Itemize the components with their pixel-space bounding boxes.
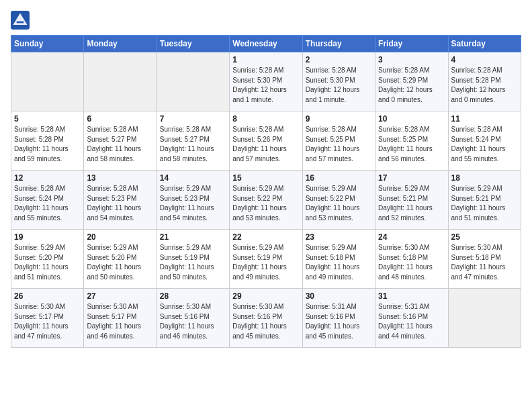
day-number: 15	[232, 173, 299, 183]
day-info: Sunrise: 5:29 AMSunset: 5:22 PMDaylight:…	[232, 184, 299, 223]
svg-rect-2	[17, 21, 24, 24]
calendar-cell: 16Sunrise: 5:29 AMSunset: 5:22 PMDayligh…	[302, 171, 375, 230]
day-info: Sunrise: 5:28 AMSunset: 5:23 PMDaylight:…	[87, 184, 153, 223]
day-number: 18	[451, 173, 518, 183]
calendar-cell: 2Sunrise: 5:28 AMSunset: 5:30 PMDaylight…	[302, 52, 375, 111]
day-info: Sunrise: 5:28 AMSunset: 5:26 PMDaylight:…	[232, 125, 299, 164]
calendar-cell: 30Sunrise: 5:31 AMSunset: 5:16 PMDayligh…	[302, 289, 375, 348]
weekday-header-thursday: Thursday	[302, 36, 375, 52]
day-info: Sunrise: 5:30 AMSunset: 5:18 PMDaylight:…	[451, 243, 518, 282]
calendar-cell: 17Sunrise: 5:29 AMSunset: 5:21 PMDayligh…	[375, 171, 448, 230]
day-number: 14	[160, 173, 226, 183]
day-info: Sunrise: 5:29 AMSunset: 5:19 PMDaylight:…	[232, 243, 299, 282]
day-info: Sunrise: 5:30 AMSunset: 5:17 PMDaylight:…	[87, 302, 153, 341]
day-number: 13	[87, 173, 153, 183]
calendar-cell: 10Sunrise: 5:28 AMSunset: 5:25 PMDayligh…	[375, 111, 448, 171]
day-info: Sunrise: 5:28 AMSunset: 5:25 PMDaylight:…	[378, 125, 445, 164]
day-info: Sunrise: 5:28 AMSunset: 5:29 PMDaylight:…	[378, 66, 445, 105]
calendar-cell: 29Sunrise: 5:30 AMSunset: 5:16 PMDayligh…	[230, 289, 302, 348]
day-info: Sunrise: 5:29 AMSunset: 5:20 PMDaylight:…	[14, 243, 81, 282]
calendar-week-row: 19Sunrise: 5:29 AMSunset: 5:20 PMDayligh…	[11, 230, 521, 289]
day-info: Sunrise: 5:28 AMSunset: 5:30 PMDaylight:…	[232, 66, 299, 105]
calendar-body: 1Sunrise: 5:28 AMSunset: 5:30 PMDaylight…	[11, 52, 521, 348]
day-number: 16	[306, 173, 372, 183]
day-number: 1	[232, 55, 299, 64]
calendar-cell	[11, 52, 84, 111]
calendar-cell: 5Sunrise: 5:28 AMSunset: 5:28 PMDaylight…	[11, 111, 84, 171]
calendar-cell: 19Sunrise: 5:29 AMSunset: 5:20 PMDayligh…	[11, 230, 84, 289]
weekday-header-friday: Friday	[375, 36, 448, 52]
day-info: Sunrise: 5:29 AMSunset: 5:21 PMDaylight:…	[378, 184, 445, 223]
day-info: Sunrise: 5:29 AMSunset: 5:19 PMDaylight:…	[160, 243, 226, 282]
calendar-cell: 12Sunrise: 5:28 AMSunset: 5:24 PMDayligh…	[11, 171, 84, 230]
day-number: 2	[306, 55, 372, 64]
calendar-cell: 15Sunrise: 5:29 AMSunset: 5:22 PMDayligh…	[230, 171, 302, 230]
calendar-cell: 20Sunrise: 5:29 AMSunset: 5:20 PMDayligh…	[84, 230, 157, 289]
weekday-header-sunday: Sunday	[11, 36, 84, 52]
calendar-table: SundayMondayTuesdayWednesdayThursdayFrid…	[11, 35, 521, 348]
logo-icon	[11, 11, 30, 30]
calendar-cell	[448, 289, 521, 348]
day-info: Sunrise: 5:31 AMSunset: 5:16 PMDaylight:…	[306, 302, 372, 341]
weekday-header-saturday: Saturday	[448, 36, 521, 52]
day-number: 30	[306, 291, 372, 301]
day-number: 29	[232, 291, 299, 301]
day-info: Sunrise: 5:30 AMSunset: 5:17 PMDaylight:…	[14, 302, 81, 341]
day-number: 31	[378, 291, 445, 301]
calendar-cell: 18Sunrise: 5:29 AMSunset: 5:21 PMDayligh…	[448, 171, 521, 230]
day-number: 7	[160, 114, 226, 124]
calendar-cell: 26Sunrise: 5:30 AMSunset: 5:17 PMDayligh…	[11, 289, 84, 348]
day-info: Sunrise: 5:28 AMSunset: 5:24 PMDaylight:…	[451, 125, 518, 164]
calendar-week-row: 5Sunrise: 5:28 AMSunset: 5:28 PMDaylight…	[11, 111, 521, 171]
day-info: Sunrise: 5:28 AMSunset: 5:30 PMDaylight:…	[306, 66, 372, 105]
day-number: 22	[232, 232, 299, 242]
day-number: 8	[232, 114, 299, 124]
logo	[11, 11, 32, 30]
calendar-week-row: 26Sunrise: 5:30 AMSunset: 5:17 PMDayligh…	[11, 289, 521, 348]
day-number: 23	[306, 232, 372, 242]
calendar-cell: 21Sunrise: 5:29 AMSunset: 5:19 PMDayligh…	[157, 230, 229, 289]
calendar-cell: 24Sunrise: 5:30 AMSunset: 5:18 PMDayligh…	[375, 230, 448, 289]
day-info: Sunrise: 5:30 AMSunset: 5:16 PMDaylight:…	[160, 302, 226, 341]
day-info: Sunrise: 5:29 AMSunset: 5:22 PMDaylight:…	[306, 184, 372, 223]
day-info: Sunrise: 5:28 AMSunset: 5:27 PMDaylight:…	[160, 125, 226, 164]
day-number: 9	[306, 114, 372, 124]
calendar-cell: 14Sunrise: 5:29 AMSunset: 5:23 PMDayligh…	[157, 171, 229, 230]
calendar-cell: 4Sunrise: 5:28 AMSunset: 5:28 PMDaylight…	[448, 52, 521, 111]
calendar-cell: 28Sunrise: 5:30 AMSunset: 5:16 PMDayligh…	[157, 289, 229, 348]
day-info: Sunrise: 5:28 AMSunset: 5:28 PMDaylight:…	[451, 66, 518, 105]
day-info: Sunrise: 5:31 AMSunset: 5:16 PMDaylight:…	[378, 302, 445, 341]
calendar-cell: 9Sunrise: 5:28 AMSunset: 5:25 PMDaylight…	[302, 111, 375, 171]
day-info: Sunrise: 5:28 AMSunset: 5:25 PMDaylight:…	[306, 125, 372, 164]
day-number: 12	[14, 173, 81, 183]
weekday-header-wednesday: Wednesday	[230, 36, 302, 52]
day-number: 3	[378, 55, 445, 64]
day-info: Sunrise: 5:29 AMSunset: 5:20 PMDaylight:…	[87, 243, 153, 282]
calendar-cell: 11Sunrise: 5:28 AMSunset: 5:24 PMDayligh…	[448, 111, 521, 171]
calendar-cell: 6Sunrise: 5:28 AMSunset: 5:27 PMDaylight…	[84, 111, 157, 171]
calendar-cell: 31Sunrise: 5:31 AMSunset: 5:16 PMDayligh…	[375, 289, 448, 348]
day-number: 26	[14, 291, 81, 301]
day-number: 25	[451, 232, 518, 242]
day-info: Sunrise: 5:28 AMSunset: 5:24 PMDaylight:…	[14, 184, 81, 223]
day-number: 4	[451, 55, 518, 64]
day-info: Sunrise: 5:28 AMSunset: 5:28 PMDaylight:…	[14, 125, 81, 164]
calendar-cell: 23Sunrise: 5:29 AMSunset: 5:18 PMDayligh…	[302, 230, 375, 289]
calendar-cell: 13Sunrise: 5:28 AMSunset: 5:23 PMDayligh…	[84, 171, 157, 230]
day-number: 20	[87, 232, 153, 242]
calendar-header: SundayMondayTuesdayWednesdayThursdayFrid…	[11, 36, 521, 52]
calendar-cell	[84, 52, 157, 111]
weekday-header-row: SundayMondayTuesdayWednesdayThursdayFrid…	[11, 36, 521, 52]
day-info: Sunrise: 5:29 AMSunset: 5:21 PMDaylight:…	[451, 184, 518, 223]
day-info: Sunrise: 5:30 AMSunset: 5:16 PMDaylight:…	[232, 302, 299, 341]
day-number: 27	[87, 291, 153, 301]
calendar-cell: 27Sunrise: 5:30 AMSunset: 5:17 PMDayligh…	[84, 289, 157, 348]
day-info: Sunrise: 5:30 AMSunset: 5:18 PMDaylight:…	[378, 243, 445, 282]
day-info: Sunrise: 5:29 AMSunset: 5:23 PMDaylight:…	[160, 184, 226, 223]
day-number: 24	[378, 232, 445, 242]
day-number: 17	[378, 173, 445, 183]
calendar-cell: 1Sunrise: 5:28 AMSunset: 5:30 PMDaylight…	[230, 52, 302, 111]
day-number: 28	[160, 291, 226, 301]
calendar-week-row: 12Sunrise: 5:28 AMSunset: 5:24 PMDayligh…	[11, 171, 521, 230]
day-number: 5	[14, 114, 81, 124]
